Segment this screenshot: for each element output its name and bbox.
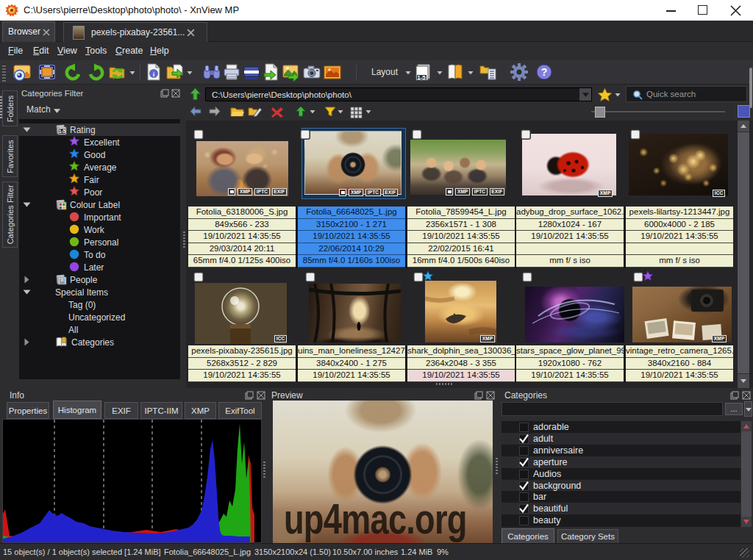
svg-text:?: ?	[541, 66, 548, 78]
svg-text:1-5: 1-5	[59, 129, 66, 134]
svg-text:1-5: 1-5	[417, 74, 426, 81]
